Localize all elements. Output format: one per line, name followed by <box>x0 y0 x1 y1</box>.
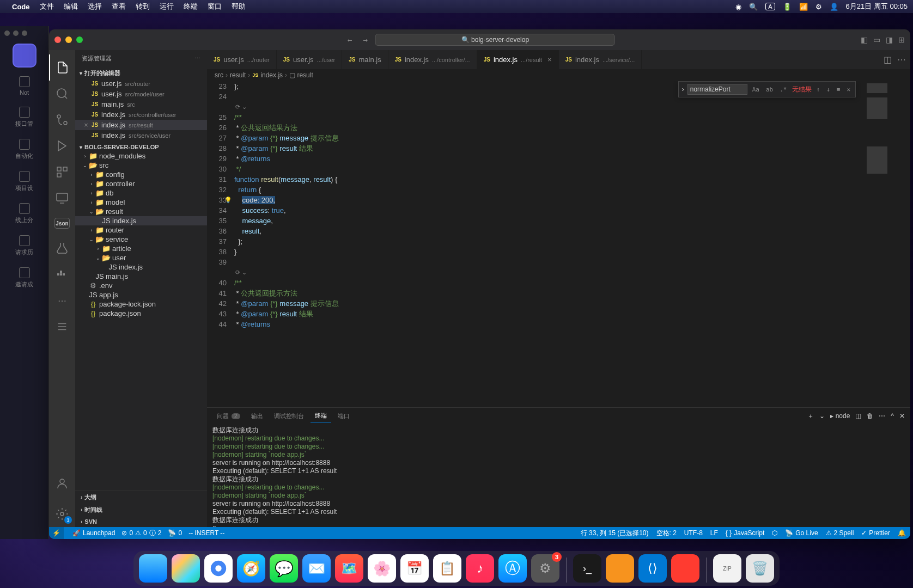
account-icon[interactable] <box>49 470 75 497</box>
split-editor-icon[interactable]: ◫ <box>884 54 892 65</box>
dock-appstore[interactable]: Ⓐ <box>498 554 527 583</box>
tree-pkglock[interactable]: {}package-lock.json <box>75 299 207 309</box>
launchpad-status[interactable]: 🚀 Launchpad <box>72 529 115 537</box>
breadcrumb[interactable]: src› result› JSindex.js› ▢ result <box>207 69 910 81</box>
menu-view[interactable]: 查看 <box>112 2 126 11</box>
timeline-header[interactable]: ›时间线 <box>75 504 207 516</box>
term-more-icon[interactable]: ⋯ <box>879 412 885 420</box>
tree-config[interactable]: ›📁config <box>75 170 207 179</box>
find-next[interactable]: ↓ <box>825 84 832 95</box>
layout-sidebar-icon[interactable]: ◧ <box>861 35 868 44</box>
tree-model[interactable]: ›📁model <box>75 198 207 207</box>
tree-result-index[interactable]: JSindex.js <box>75 216 207 225</box>
tab-debug[interactable]: 调试控制台 <box>270 410 308 422</box>
tree-src[interactable]: ⌄📂src <box>75 161 207 170</box>
settings-icon[interactable]: 1 <box>49 501 75 527</box>
battery-icon[interactable]: 🔋 <box>783 3 792 11</box>
tree-pkg[interactable]: {}package.json <box>75 309 207 318</box>
minimize-button[interactable] <box>65 36 72 43</box>
editor-tab[interactable]: JSindex.js.../result× <box>477 50 559 69</box>
dock-music[interactable]: ♪ <box>466 554 494 583</box>
run-debug-icon[interactable] <box>49 133 75 159</box>
tab-problems[interactable]: 问题 2 <box>212 410 245 422</box>
notifications-icon[interactable]: 🔔 <box>898 529 906 537</box>
explorer-icon[interactable] <box>49 54 75 81</box>
editor-tab[interactable]: JSindex.js.../service/... <box>559 50 642 69</box>
menu-terminal[interactable]: 终端 <box>184 2 198 11</box>
find-input[interactable] <box>687 84 747 95</box>
tree-router[interactable]: ›📁router <box>75 225 207 235</box>
lp-item-4[interactable]: 线上分 <box>0 198 48 230</box>
eslint-icon[interactable]: ⬡ <box>772 529 777 537</box>
spell-status[interactable]: ⚠ 2 Spell <box>826 529 854 537</box>
outline-header[interactable]: ›大纲 <box>75 491 207 504</box>
lp-block1[interactable] <box>14 45 35 66</box>
tree-result[interactable]: ⌄📂result <box>75 207 207 216</box>
maximize-button[interactable] <box>76 36 83 43</box>
tree-user-index[interactable]: JSindex.js <box>75 262 207 272</box>
go-live[interactable]: 📡 Go Live <box>785 529 818 537</box>
term-close-icon[interactable]: ✕ <box>899 412 905 420</box>
menu-help[interactable]: 帮助 <box>232 2 246 11</box>
docker-icon[interactable] <box>49 261 75 287</box>
new-terminal-icon[interactable]: ＋ <box>807 412 814 421</box>
editor-tab[interactable]: JSuser.js.../user <box>277 50 342 69</box>
sidebar-more-icon[interactable]: ⋯ <box>194 55 200 62</box>
dock-app-orange[interactable] <box>606 554 634 583</box>
wifi-icon[interactable]: 📶 <box>799 3 808 11</box>
dock-terminal[interactable]: ›_ <box>573 554 601 583</box>
regex-icon[interactable]: .* <box>778 84 788 95</box>
layout-panel-icon[interactable]: ▭ <box>873 35 880 44</box>
open-editor-item[interactable]: JSindex.jssrc/service/user <box>75 130 207 140</box>
code-editor[interactable]: › Aa ab .* 无结果 ↑ ↓ ≡ ✕ 23242526272829303… <box>207 81 910 407</box>
dock-zip[interactable]: ZIP <box>713 554 741 583</box>
more-icon[interactable]: ⋯ <box>49 287 75 314</box>
search-icon[interactable]: 🔍 <box>749 3 758 11</box>
terminal-body[interactable]: 数据库连接成功[nodemon] restarting due to chang… <box>207 424 910 527</box>
dock-settings[interactable]: ⚙3 <box>531 554 559 583</box>
term-dropdown-icon[interactable]: ⌄ <box>819 412 825 420</box>
open-editor-item[interactable]: JSuser.jssrc/router <box>75 78 207 89</box>
tree-app[interactable]: JSapp.js <box>75 290 207 299</box>
find-selection[interactable]: ≡ <box>835 84 842 95</box>
nav-back[interactable]: ← <box>344 35 355 44</box>
command-center[interactable]: 🔍 bolg-server-develop <box>375 34 615 46</box>
match-word-icon[interactable]: ab <box>764 84 775 95</box>
tree-env[interactable]: ⚙.env <box>75 281 207 290</box>
remote-icon[interactable] <box>49 185 75 211</box>
tree-service[interactable]: ⌄📂service <box>75 235 207 244</box>
menu-app[interactable]: Code <box>12 3 30 11</box>
record-icon[interactable]: ◉ <box>735 3 741 11</box>
find-close[interactable]: ✕ <box>845 84 852 95</box>
menu-select[interactable]: 选择 <box>88 2 102 11</box>
ime-indicator[interactable]: A <box>765 3 775 10</box>
editor-tab[interactable]: JSmain.js <box>342 50 388 69</box>
dock-finder[interactable] <box>139 554 167 583</box>
project-header[interactable]: ▾BOLG-SERVER-DEVELOP <box>75 143 207 151</box>
tree-article[interactable]: ›📁article <box>75 244 207 253</box>
menu-window[interactable]: 窗口 <box>208 2 222 11</box>
open-editor-item[interactable]: JSmain.jssrc <box>75 99 207 109</box>
editor-tab[interactable]: JSuser.js.../router <box>207 50 277 69</box>
test-icon[interactable] <box>49 235 75 261</box>
editor-tab[interactable]: JSindex.js.../controller/... <box>388 50 477 69</box>
tab-terminal[interactable]: 终端 <box>311 409 331 422</box>
dock-reminders[interactable]: 📋 <box>433 554 461 583</box>
lp-item-2[interactable]: 自动化 <box>0 133 48 166</box>
tab-ports[interactable]: 端口 <box>333 410 354 422</box>
open-editors-header[interactable]: ▾打开的编辑器 <box>75 68 207 78</box>
lp-item-5[interactable]: 请求历 <box>0 230 48 262</box>
source-control-icon[interactable] <box>49 107 75 133</box>
prettier-status[interactable]: ✓ Prettier <box>861 529 890 537</box>
lp-item-6[interactable]: 邀请成 <box>0 262 48 294</box>
tree-user[interactable]: ⌄📂user <box>75 253 207 262</box>
term-shell[interactable]: ▸ node <box>830 412 850 420</box>
list-icon[interactable] <box>49 314 75 340</box>
dock-photos[interactable]: 🌸 <box>368 554 396 583</box>
menu-run[interactable]: 运行 <box>160 2 174 11</box>
tree-node-modules[interactable]: ›📁node_modules <box>75 151 207 161</box>
language-mode[interactable]: { } JavaScript <box>726 529 764 537</box>
open-editor-item[interactable]: ×JSindex.jssrc/result <box>75 120 207 130</box>
radio-status[interactable]: 📡 0 <box>168 529 182 537</box>
menubar-date[interactable]: 6月21日 周五 00:05 <box>846 2 908 11</box>
